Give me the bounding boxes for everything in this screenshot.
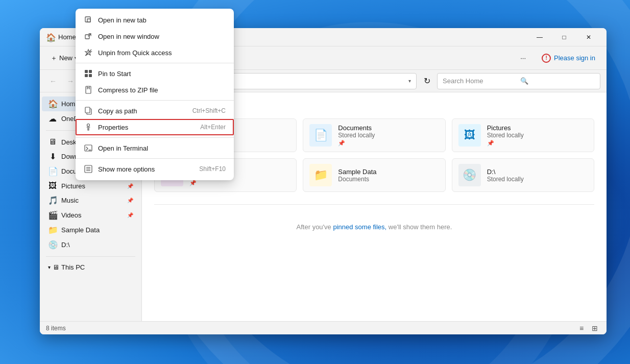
documents-pin-icon: 📌	[338, 140, 375, 147]
onedrive-icon: ☁	[48, 114, 57, 124]
menu-separator-4	[76, 158, 234, 159]
menu-separator-3	[76, 137, 234, 138]
pictures-folder-icon: 🖼	[458, 124, 481, 147]
sidebar-music-label: Music	[61, 197, 79, 204]
pin-start-label: Pin to Start	[98, 70, 226, 78]
sampledata-folder-sub: Documents	[338, 176, 376, 183]
sidebar-sampledata-label: Sample Data	[61, 226, 100, 234]
sampledata-icon: 📁	[48, 225, 57, 235]
sampledata-folder-icon: 📁	[309, 164, 332, 186]
menu-item-unpin[interactable]: Unpin from Quick access	[76, 44, 234, 61]
view-toggle: ≡ ⊞	[576, 323, 600, 334]
sidebar-pictures-label: Pictures	[61, 182, 85, 190]
close-button[interactable]: ✕	[577, 29, 600, 45]
svg-rect-1	[85, 35, 89, 39]
menu-item-show-more[interactable]: Show more options Shift+F10	[76, 161, 234, 177]
context-menu: Open in new tab Open in new window Unpin…	[76, 9, 234, 180]
documents-folder-name: Documents	[338, 124, 375, 132]
home-icon: 🏠	[46, 33, 55, 42]
open-new-tab-icon	[84, 15, 93, 25]
videos-sidebar-icon: 🎬	[48, 210, 57, 220]
refresh-icon: ↻	[424, 76, 430, 86]
window-controls: — □ ✕	[528, 29, 600, 45]
menu-separator-2	[76, 100, 234, 101]
svg-rect-12	[85, 107, 90, 113]
desktop-icon: 🖥	[48, 137, 57, 147]
svg-rect-4	[89, 70, 92, 73]
search-box[interactable]: Search Home 🔍	[437, 73, 600, 89]
d-drive-folder-name: D:\	[487, 168, 524, 176]
d-drive-icon: 💿	[48, 240, 57, 250]
d-drive-folder-sub: Stored locally	[487, 176, 524, 183]
sidebar-videos-label: Videos	[61, 211, 82, 219]
documents-sidebar-icon: 📄	[48, 166, 57, 176]
item-count: 8 items	[46, 325, 66, 332]
more-icon: ···	[520, 54, 526, 62]
menu-item-open-new-window[interactable]: Open in new window	[76, 28, 234, 44]
sidebar-this-pc[interactable]: ▾ 🖥 This PC	[42, 261, 139, 274]
minimize-button[interactable]: —	[528, 29, 551, 45]
unpin-label: Unpin from Quick access	[98, 49, 226, 57]
maximize-button[interactable]: □	[552, 29, 576, 45]
music-pin-icon: 📌	[127, 198, 133, 203]
menu-item-properties[interactable]: Properties Alt+Enter	[76, 119, 234, 135]
folder-item-documents[interactable]: 📄 Documents Stored locally 📌	[303, 118, 445, 152]
statusbar: 8 items ≡ ⊞	[40, 321, 607, 334]
svg-point-13	[87, 124, 90, 127]
terminal-icon	[84, 143, 93, 153]
folder-item-pictures[interactable]: 🖼 Pictures Stored locally 📌	[452, 118, 594, 152]
sampledata-folder-info: Sample Data Documents	[338, 168, 376, 183]
music-icon: 🎵	[48, 196, 57, 205]
pinned-link[interactable]: pinned some files,	[333, 223, 386, 231]
search-placeholder: Search Home	[443, 77, 517, 85]
compress-zip-label: Compress to ZIP file	[98, 86, 226, 94]
pictures-pin-icon: 📌	[487, 140, 524, 147]
sidebar-item-d-drive[interactable]: 💿 D:\	[42, 237, 139, 252]
back-button[interactable]: ←	[46, 74, 60, 88]
menu-item-copy-as-path[interactable]: Copy as path Ctrl+Shift+C	[76, 103, 234, 119]
menu-item-open-new-tab[interactable]: Open in new tab	[76, 12, 234, 28]
this-pc-chevron-icon: ▾	[48, 264, 51, 270]
sidebar-item-music[interactable]: 🎵 Music 📌	[42, 193, 139, 208]
properties-icon	[84, 123, 93, 132]
sidebar-item-sampledata[interactable]: 📁 Sample Data	[42, 223, 139, 237]
more-options-button[interactable]: ···	[516, 51, 530, 65]
menu-item-pin-to-start[interactable]: Pin to Start	[76, 65, 234, 82]
pinned-message: After you've pinned some files, we'll sh…	[154, 223, 594, 231]
documents-folder-icon: 📄	[309, 124, 332, 147]
documents-folder-sub: Stored locally	[338, 132, 375, 139]
d-drive-folder-icon: 💿	[458, 164, 481, 186]
pictures-folder-info: Pictures Stored locally 📌	[487, 124, 524, 147]
new-icon: ＋	[51, 54, 57, 63]
sidebar-this-pc-label: This PC	[61, 263, 85, 271]
copy-path-shortcut: Ctrl+Shift+C	[192, 107, 226, 114]
menu-separator-1	[76, 63, 234, 63]
sidebar-item-pictures[interactable]: 🖼 Pictures 📌	[42, 179, 139, 193]
documents-folder-info: Documents Stored locally 📌	[338, 124, 375, 147]
folder-item-d-drive[interactable]: 💿 D:\ Stored locally	[452, 158, 594, 192]
menu-item-compress-zip[interactable]: Compress to ZIP file	[76, 82, 234, 98]
copy-path-label: Copy as path	[98, 107, 187, 115]
open-new-window-label: Open in new window	[98, 33, 226, 40]
sign-in-icon: !	[542, 54, 551, 63]
sidebar-item-videos[interactable]: 🎬 Videos 📌	[42, 208, 139, 223]
list-view-button[interactable]: ≡	[576, 323, 587, 334]
pictures-sidebar-icon: 🖼	[48, 181, 57, 190]
sampledata-folder-name: Sample Data	[338, 168, 376, 176]
videos-pin-icon: 📌	[189, 180, 226, 186]
sidebar-divider-2	[46, 256, 135, 257]
videos-pin-icon: 📌	[127, 212, 133, 218]
open-new-window-icon	[84, 32, 93, 41]
svg-rect-3	[85, 70, 88, 73]
menu-item-open-terminal[interactable]: Open in Terminal	[76, 140, 234, 156]
folder-item-sampledata[interactable]: 📁 Sample Data Documents	[303, 158, 445, 192]
compress-zip-icon	[84, 85, 93, 94]
sign-in-button[interactable]: ! Please sign in	[537, 51, 600, 65]
grid-view-button[interactable]: ⊞	[589, 323, 600, 334]
unpin-icon	[84, 48, 93, 57]
svg-rect-5	[85, 74, 88, 77]
pictures-pin-icon: 📌	[127, 183, 133, 189]
show-more-icon	[84, 164, 93, 174]
refresh-button[interactable]: ↻	[420, 74, 434, 88]
back-icon: ←	[50, 77, 57, 85]
